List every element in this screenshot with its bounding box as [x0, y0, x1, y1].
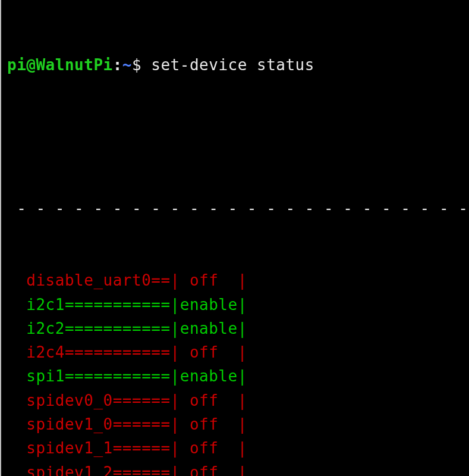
status-row-disable_uart0: disable_uart0==| off | — [7, 268, 465, 292]
status-row-spidev1_1: spidev1_1======| off | — [7, 436, 465, 460]
command: set-device status — [151, 56, 314, 74]
status-rows: disable_uart0==| off | i2c1===========|e… — [7, 268, 465, 476]
prompt-user: pi@WalnutPi — [7, 56, 113, 74]
prompt-path: ~ — [122, 56, 132, 74]
prompt-colon: : — [113, 56, 122, 74]
terminal-output[interactable]: pi@WalnutPi:~$ set-device status - - - -… — [1, 0, 469, 476]
blank-line — [7, 124, 465, 148]
separator-top: - - - - - - - - - - - - - - - - - - - - … — [7, 196, 465, 220]
status-row-spi1: spi1===========|enable| — [7, 364, 465, 388]
status-row-spidev0_0: spidev0_0======| off | — [7, 389, 465, 412]
prompt-line: pi@WalnutPi:~$ set-device status — [7, 53, 465, 77]
status-row-i2c4: i2c4===========| off | — [7, 340, 465, 364]
status-row-i2c1: i2c1===========|enable| — [7, 293, 465, 317]
prompt-dollar: $ — [132, 56, 141, 74]
status-row-spidev1_0: spidev1_0======| off | — [7, 412, 465, 436]
command-text — [141, 56, 151, 74]
status-row-i2c2: i2c2===========|enable| — [7, 317, 465, 340]
status-row-spidev1_2: spidev1_2======| off | — [7, 461, 465, 476]
